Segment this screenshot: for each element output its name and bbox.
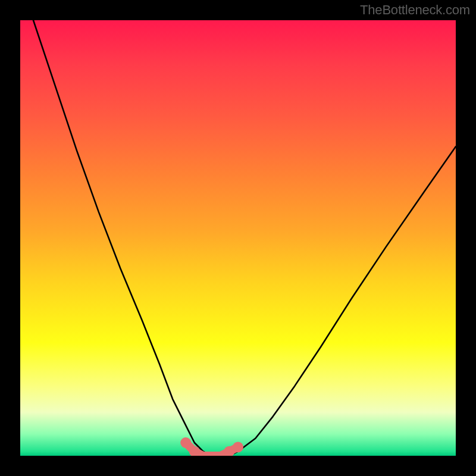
attribution-text: TheBottleneck.com: [360, 2, 470, 18]
bottleneck-curve-line: [33, 20, 456, 456]
gradient-background: [20, 20, 456, 456]
highlight-dot: [233, 441, 243, 452]
highlight-dot: [180, 437, 191, 448]
bottleneck-plot: [20, 20, 456, 456]
chart-frame: TheBottleneck.com: [0, 0, 476, 476]
